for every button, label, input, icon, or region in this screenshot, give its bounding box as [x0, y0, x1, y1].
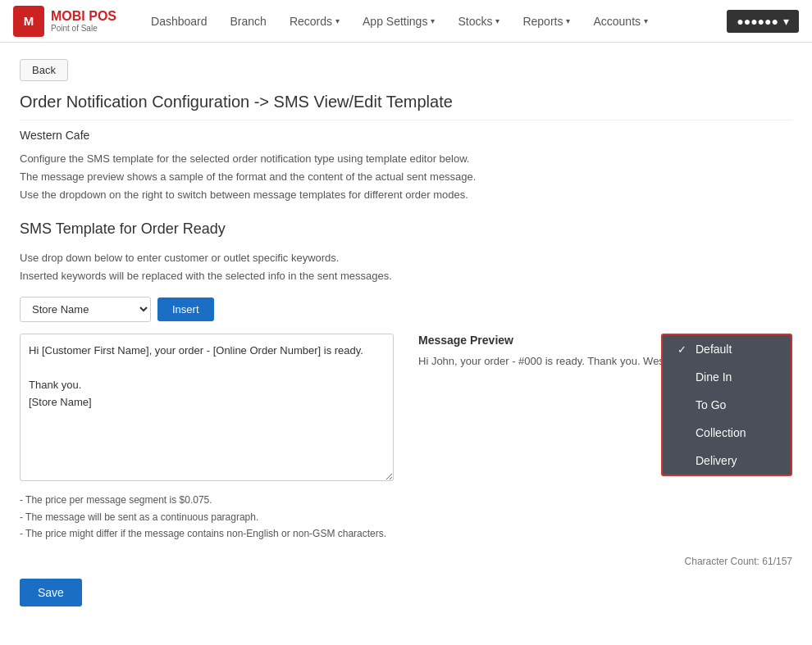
- mode-label-default: Default: [696, 343, 732, 356]
- user-label: ●●●●●●: [737, 15, 778, 28]
- keyword-select[interactable]: Store Name Customer First Name Order Num…: [20, 297, 151, 322]
- nav-item-reports[interactable]: Reports ▾: [513, 10, 580, 33]
- chevron-down-icon: ▾: [495, 16, 500, 25]
- mode-label-dinein: Dine In: [696, 370, 732, 384]
- user-menu[interactable]: ●●●●●● ▾: [727, 10, 799, 33]
- template-textarea[interactable]: Hi [Customer First Name], your order - […: [20, 334, 394, 481]
- main-content: Back Order Notification Configuration ->…: [0, 43, 812, 623]
- template-row: Hi [Customer First Name], your order - […: [20, 334, 792, 484]
- mode-label-collection: Collection: [696, 426, 746, 439]
- insert-row: Store Name Customer First Name Order Num…: [20, 297, 792, 322]
- chevron-down-icon: ▾: [783, 15, 789, 28]
- note-line-2: - The message will be sent as a continuo…: [20, 509, 792, 525]
- note-line-3: - The price might differ if the message …: [20, 525, 792, 542]
- mode-dropdown-item-dinein[interactable]: Dine In: [663, 363, 791, 391]
- mode-dropdown-item-togo[interactable]: To Go: [663, 391, 791, 419]
- page-title: Order Notification Configuration -> SMS …: [20, 93, 792, 111]
- brand-logo-icon: M: [13, 6, 44, 37]
- save-button[interactable]: Save: [20, 579, 82, 606]
- chevron-down-icon: ▾: [566, 16, 570, 25]
- description-block: Configure the SMS template for the selec…: [20, 150, 792, 204]
- nav-item-appsettings[interactable]: App Settings ▾: [353, 10, 445, 33]
- description-line-2: The message preview shows a sample of th…: [20, 168, 792, 186]
- instruction-line-2: Inserted keywords will be replaced with …: [20, 267, 792, 285]
- chevron-down-icon: ▾: [335, 16, 340, 25]
- check-icon: ✓: [677, 343, 689, 356]
- mode-dropdown-item-default[interactable]: ✓ Default: [663, 335, 791, 363]
- nav-item-records[interactable]: Records ▾: [280, 10, 349, 33]
- back-button[interactable]: Back: [20, 59, 68, 81]
- mode-dropdown-item-collection[interactable]: Collection: [663, 419, 791, 447]
- brand-text: MOBI POS Point of Sale: [51, 9, 116, 33]
- nav-item-accounts[interactable]: Accounts ▾: [583, 10, 658, 33]
- section-title: SMS Template for Order Ready: [20, 220, 792, 238]
- template-editor-area: Hi [Customer First Name], your order - […: [20, 334, 394, 484]
- instructions-block: Use drop down below to enter customer or…: [20, 249, 792, 285]
- insert-button[interactable]: Insert: [157, 298, 214, 321]
- navbar: M MOBI POS Point of Sale Dashboard Branc…: [0, 0, 812, 43]
- divider: [20, 120, 792, 120]
- nav-item-stocks[interactable]: Stocks ▾: [448, 10, 509, 33]
- brand-logo-area: M MOBI POS Point of Sale: [13, 6, 116, 37]
- mode-label-delivery: Delivery: [696, 454, 737, 467]
- note-line-1: - The price per message segment is $0.07…: [20, 492, 792, 508]
- description-line-1: Configure the SMS template for the selec…: [20, 150, 792, 168]
- notes-block: - The price per message segment is $0.07…: [20, 492, 792, 542]
- mode-label-togo: To Go: [696, 398, 726, 411]
- description-line-3: Use the dropdown on the right to switch …: [20, 186, 792, 204]
- char-count: Character Count: 61/157: [20, 556, 792, 567]
- chevron-down-icon: ▾: [644, 16, 648, 25]
- nav-menu: Dashboard Branch Records ▾ App Settings …: [141, 10, 727, 33]
- brand-name: MOBI POS: [51, 9, 116, 24]
- store-name: Western Cafe: [20, 129, 792, 142]
- instruction-line-1: Use drop down below to enter customer or…: [20, 249, 792, 267]
- chevron-down-icon: ▾: [431, 16, 435, 25]
- brand-subtitle: Point of Sale: [51, 24, 116, 33]
- mode-dropdown: ✓ Default Dine In To Go Collection Deliv…: [661, 334, 792, 476]
- nav-item-dashboard[interactable]: Dashboard: [141, 10, 217, 33]
- mode-dropdown-item-delivery[interactable]: Delivery: [663, 447, 791, 475]
- nav-item-branch[interactable]: Branch: [221, 10, 276, 33]
